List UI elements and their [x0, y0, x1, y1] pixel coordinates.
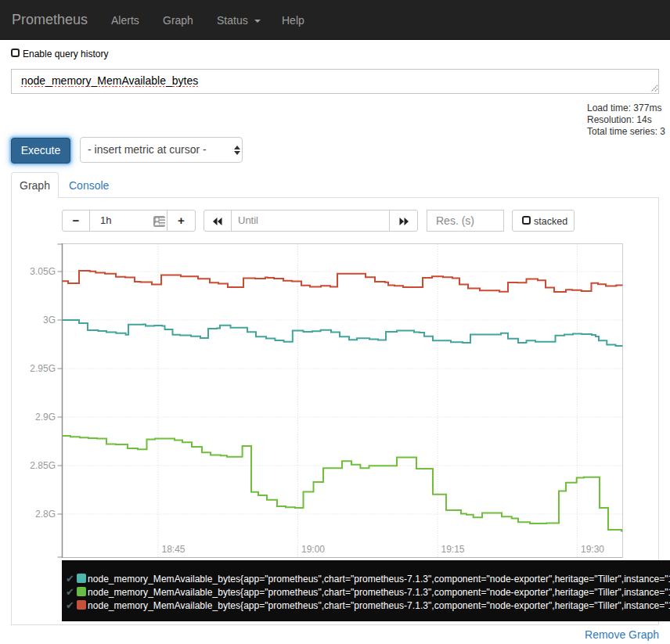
svg-text:3.05G: 3.05G — [30, 266, 56, 277]
svg-text:2.8G: 2.8G — [35, 509, 56, 520]
svg-text:19:30: 19:30 — [581, 544, 604, 555]
svg-text:18:45: 18:45 — [162, 544, 186, 555]
svg-text:3G: 3G — [43, 315, 56, 326]
svg-text:19:15: 19:15 — [441, 544, 465, 555]
svg-text:2.85G: 2.85G — [30, 460, 56, 471]
svg-text:2.9G: 2.9G — [35, 412, 56, 423]
svg-text:19:00: 19:00 — [301, 544, 325, 555]
svg-text:2.95G: 2.95G — [30, 363, 56, 374]
